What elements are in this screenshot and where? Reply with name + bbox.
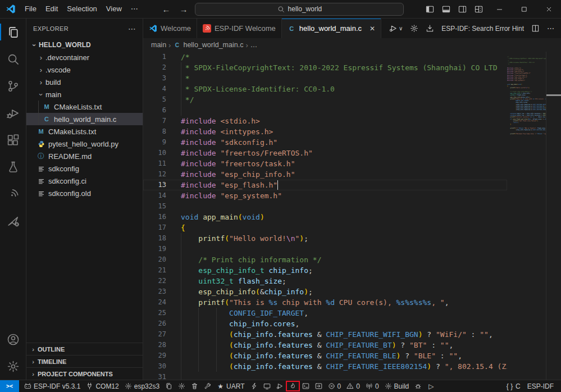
tree-item-cmakelists-txt[interactable]: MCMakeLists.txt	[26, 125, 143, 138]
status-flash-type[interactable]: ★UART	[214, 380, 247, 392]
activitybar-account[interactable]	[0, 326, 26, 353]
tab-esp-idf-welcome[interactable]: ESP-IDF Welcome	[197, 19, 282, 38]
line-number[interactable]: 28	[143, 340, 166, 350]
code-line-24[interactable]: 24 printf("This is %s chip with %d CPU c…	[143, 297, 507, 308]
line-number[interactable]: 26	[143, 318, 166, 329]
line-number[interactable]: 19	[143, 244, 166, 254]
status-menuconfig[interactable]	[175, 380, 188, 392]
tree-item-pytest-hello-world-py[interactable]: pytest_hello_world.py	[26, 138, 143, 150]
code-line-18[interactable]: 18 printf("Hello world!\n");	[143, 233, 507, 244]
line-number[interactable]: 3	[143, 73, 166, 84]
breadcrumb-symbol[interactable]: …	[250, 41, 258, 49]
line-number[interactable]: 13	[143, 180, 166, 190]
code-line-15[interactable]: 15	[143, 201, 507, 212]
tree-root-hello-world[interactable]: › HELLO_WORLD	[26, 39, 143, 51]
code-line-19[interactable]: 19	[143, 244, 507, 254]
toggle-secondary-sidebar-icon[interactable]	[458, 5, 467, 13]
tree-item-build[interactable]: ›build	[26, 76, 143, 88]
split-editor-icon[interactable]	[531, 24, 540, 33]
line-number[interactable]: 6	[143, 105, 166, 116]
status-extension-indicator[interactable]: ESP-IDF	[524, 380, 557, 392]
code-line-14[interactable]: 14#include "esp_system.h"	[143, 190, 507, 201]
code-line-22[interactable]: 22 uint32_t flash_size;	[143, 276, 507, 286]
status-warnings[interactable]: 0	[344, 380, 363, 392]
activitybar-espidf-explorer[interactable]	[0, 180, 26, 207]
settings-gear-icon[interactable]	[410, 24, 418, 33]
more-actions-icon[interactable]: ⋯	[547, 24, 554, 33]
status-flash-method[interactable]	[162, 380, 175, 392]
status-execute-action[interactable]	[312, 380, 325, 392]
tab-welcome[interactable]: Welcome	[143, 19, 197, 38]
back-arrow-icon[interactable]: ←	[160, 4, 172, 14]
code-line-31[interactable]: 31	[143, 372, 507, 380]
line-number[interactable]: 27	[143, 329, 166, 340]
code-line-11[interactable]: 11#include "freertos/task.h"	[143, 158, 507, 169]
tree-item-sdkconfig-ci[interactable]: sdkconfig.ci	[26, 175, 143, 187]
activitybar-source-control[interactable]	[0, 72, 26, 99]
code-line-20[interactable]: 20 /* Print chip information */	[143, 254, 507, 265]
status-ports-forwarded[interactable]: 0	[363, 380, 382, 392]
line-number[interactable]: 2	[143, 62, 166, 73]
minimap[interactable]: /* * SPDX-FileCopyrightText: 2010-2022 E…	[507, 52, 546, 380]
minimize-button[interactable]	[487, 0, 512, 18]
explorer-more-actions-icon[interactable]: ⋯	[128, 24, 136, 33]
code-line-17[interactable]: 17{	[143, 222, 507, 233]
breadcrumb-file[interactable]: hello_world_main.c	[183, 41, 243, 49]
tree-item--vscode[interactable]: ›.vscode	[26, 63, 143, 76]
menu-item-edit[interactable]: Edit	[41, 3, 62, 15]
code-line-4[interactable]: 4 * SPDX-License-Identifier: CC0-1.0	[143, 84, 507, 94]
menu-item-file[interactable]: File	[20, 3, 41, 15]
line-number[interactable]: 30	[143, 361, 166, 372]
status-idf-terminal[interactable]	[299, 380, 312, 392]
tree-item-main[interactable]: ›main	[26, 88, 143, 101]
status-bug-task[interactable]	[412, 380, 425, 392]
activitybar-search[interactable]	[0, 45, 26, 72]
menu-item-view[interactable]: View	[102, 3, 126, 15]
code-line-21[interactable]: 21 esp_chip_info_t chip_info;	[143, 265, 507, 276]
activitybar-testing[interactable]	[0, 153, 26, 180]
command-center-search[interactable]: hello_world	[195, 3, 404, 16]
code-line-3[interactable]: 3 *	[143, 73, 507, 84]
code-line-16[interactable]: 16void app_main(void)	[143, 212, 507, 222]
line-number[interactable]: 22	[143, 276, 166, 286]
status-serial-port[interactable]: COM12	[83, 380, 121, 392]
line-number[interactable]: 21	[143, 265, 166, 276]
activitybar-extensions[interactable]	[0, 126, 26, 153]
status-build-flash-monitor[interactable]	[286, 380, 299, 392]
status-device-target[interactable]: esp32s3	[122, 380, 162, 392]
activitybar-explorer[interactable]	[0, 19, 26, 45]
toggle-sidebar-icon[interactable]	[426, 5, 434, 13]
status-custom-task[interactable]	[201, 380, 214, 392]
menu-item-[interactable]: ⋯	[126, 3, 143, 15]
section-timeline[interactable]: ›TIMELINE	[26, 355, 143, 367]
code-line-7[interactable]: 7#include <stdio.h>	[143, 116, 507, 126]
code-line-5[interactable]: 5 */	[143, 94, 507, 105]
code-line-13[interactable]: 13#include "esp_flash.h"	[143, 180, 507, 190]
tree-item--devcontainer[interactable]: ›.devcontainer	[26, 51, 143, 63]
toggle-panel-icon[interactable]	[442, 5, 450, 13]
line-number[interactable]: 9	[143, 137, 166, 148]
line-number[interactable]: 12	[143, 169, 166, 180]
code-line-10[interactable]: 10#include "freertos/FreeRTOS.h"	[143, 148, 507, 158]
line-number[interactable]: 1	[143, 52, 166, 62]
line-number[interactable]: 17	[143, 222, 166, 233]
tree-item-sdkconfig-old[interactable]: sdkconfig.old	[26, 187, 143, 199]
customize-layout-icon[interactable]	[475, 5, 483, 13]
code-line-6[interactable]: 6	[143, 105, 507, 116]
line-number[interactable]: 10	[143, 148, 166, 158]
tree-item-cmakelists-txt[interactable]: MCMakeLists.txt	[26, 101, 143, 113]
scrollbar[interactable]	[546, 52, 561, 380]
esp-idf-search-error-hint[interactable]: ESP-IDF: Search Error Hint	[441, 25, 524, 33]
code-line-2[interactable]: 2 * SPDX-FileCopyrightText: 2010-2022 Es…	[143, 62, 507, 73]
forward-arrow-icon[interactable]: →	[177, 4, 189, 14]
status-run-task[interactable]: ▷	[425, 380, 437, 392]
code-line-12[interactable]: 12#include "esp_chip_info.h"	[143, 169, 507, 180]
line-number[interactable]: 7	[143, 116, 166, 126]
status-monitor-device[interactable]	[261, 380, 273, 392]
line-number[interactable]: 20	[143, 254, 166, 265]
section-project-components[interactable]: ›PROJECT COMPONENTS	[26, 367, 143, 380]
close-button[interactable]	[536, 0, 561, 18]
code-line-9[interactable]: 9#include "sdkconfig.h"	[143, 137, 507, 148]
breadcrumb-folder[interactable]: main	[151, 41, 166, 49]
line-number[interactable]: 25	[143, 308, 166, 318]
